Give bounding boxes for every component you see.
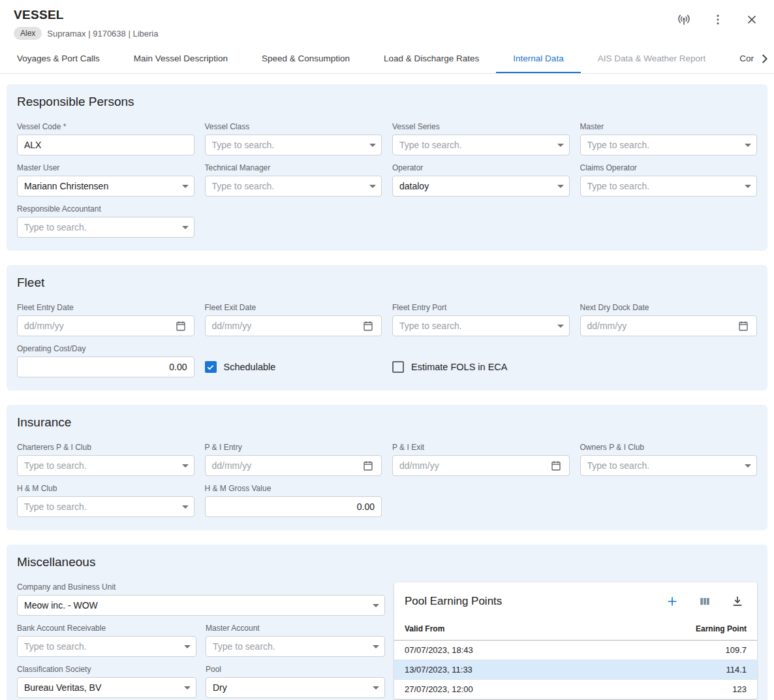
vessel-class-select[interactable]: Type to search. [205, 135, 382, 155]
field-label: Operator [392, 163, 570, 172]
field-vessel-code: Vessel Code * [17, 122, 194, 155]
field-label: Classification Society [17, 665, 196, 674]
bank-account-receivable-select[interactable]: Type to search. [17, 636, 196, 657]
broadcast-icon[interactable] [676, 12, 692, 27]
pi-exit-date-input[interactable]: dd/mm/yy [392, 455, 570, 476]
columns-icon[interactable] [697, 594, 713, 609]
field-label: Master Account [206, 624, 385, 633]
checkbox-checked-icon[interactable] [205, 361, 217, 373]
schedulable-checkbox[interactable]: Schedulable [205, 357, 382, 377]
earning-point-cell: 109.7 [725, 645, 747, 655]
chevron-down-icon [182, 185, 189, 188]
chevron-down-icon [373, 604, 379, 607]
select-placeholder: Type to search. [587, 140, 740, 150]
field-operator: Operator dataloy [392, 163, 570, 197]
field-label: Fleet Entry Port [392, 303, 570, 312]
field-label: P & I Exit [392, 443, 570, 452]
master-account-select[interactable]: Type to search. [206, 636, 385, 657]
hm-club-select[interactable]: Type to search. [17, 496, 194, 517]
select-placeholder: Type to search. [24, 460, 177, 471]
responsible-accountant-select[interactable]: Type to search. [17, 217, 194, 238]
field-label: Next Dry Dock Date [580, 303, 758, 312]
select-placeholder: Type to search. [587, 181, 740, 191]
classification-society-select[interactable]: Bureau Veritas, BV [17, 677, 196, 698]
select-placeholder: Type to search. [399, 140, 552, 150]
tab-internal-data[interactable]: Internal Data [496, 44, 580, 73]
field-owners-pi-club: Owners P & I Club Type to search. [580, 443, 758, 476]
fleet-exit-date-input[interactable]: dd/mm/yy [205, 315, 382, 336]
calendar-icon[interactable] [548, 458, 564, 473]
chevron-down-icon [745, 185, 751, 188]
field-label: Bank Account Receivable [17, 624, 196, 633]
field-next-dry-dock-date: Next Dry Dock Date dd/mm/yy [580, 303, 758, 336]
table-row-selected[interactable]: 13/07/2023, 11:33 114.1 [394, 660, 757, 680]
calendar-icon[interactable] [735, 318, 751, 334]
download-icon[interactable] [730, 594, 745, 609]
field-responsible-accountant: Responsible Accountant Type to search. [17, 204, 194, 238]
field-label: Master [580, 122, 758, 131]
vessel-code-input[interactable] [17, 135, 194, 155]
field-label: Vessel Code * [17, 122, 194, 131]
claims-operator-select[interactable]: Type to search. [580, 176, 758, 197]
valid-from-cell: 13/07/2023, 11:33 [405, 665, 472, 675]
select-placeholder: Type to search. [212, 181, 365, 191]
next-dry-dock-date-input[interactable]: dd/mm/yy [580, 315, 758, 336]
master-select[interactable]: Type to search. [580, 135, 758, 155]
chevron-down-icon [184, 686, 191, 690]
technical-manager-select[interactable]: Type to search. [205, 176, 382, 197]
tab-ais-data-weather-report[interactable]: AIS Data & Weather Report [581, 44, 723, 73]
company-business-unit-select[interactable]: Meow inc. - WOW [17, 595, 385, 616]
chevron-down-icon [373, 645, 379, 648]
tab-load-discharge-rates[interactable]: Load & Discharge Rates [367, 44, 496, 73]
calendar-icon[interactable] [360, 458, 376, 473]
column-header-valid-from: Valid From [405, 624, 444, 633]
table-row[interactable]: 07/07/2023, 18:43 109.7 [394, 641, 757, 660]
calendar-icon[interactable] [173, 318, 189, 334]
chevron-down-icon [373, 686, 379, 690]
vessel-series-select[interactable]: Type to search. [392, 135, 570, 155]
select-placeholder: Type to search. [399, 321, 552, 331]
master-user-select[interactable]: Mariann Christensen [17, 176, 194, 197]
tab-scroll-right-icon[interactable] [756, 44, 774, 73]
date-placeholder: dd/mm/yy [212, 321, 361, 331]
field-claims-operator: Claims Operator Type to search. [580, 163, 758, 197]
select-value: Meow inc. - WOW [24, 600, 367, 611]
add-row-icon[interactable] [664, 594, 680, 609]
earning-point-cell: 123 [732, 684, 747, 694]
charterers-pi-club-select[interactable]: Type to search. [17, 455, 194, 476]
field-classification-society: Classification Society Bureau Veritas, B… [17, 665, 196, 698]
estimate-fols-checkbox[interactable]: Estimate FOLS in ECA [392, 357, 570, 377]
field-hm-gross-value: H & M Gross Value [205, 484, 382, 517]
checkbox-unchecked-icon[interactable] [392, 361, 404, 373]
section-title: Insurance [17, 415, 757, 430]
close-icon[interactable] [744, 12, 760, 27]
field-label: P & I Entry [205, 443, 382, 452]
operator-select[interactable]: dataloy [392, 176, 570, 197]
calendar-icon[interactable] [360, 318, 376, 334]
tab-cor-truncated[interactable]: Cor [722, 44, 756, 73]
table-row[interactable]: 27/07/2023, 12:00 123 [394, 680, 757, 699]
header-icons [676, 8, 760, 27]
hm-gross-value-input[interactable] [205, 496, 382, 517]
select-placeholder: Type to search. [587, 460, 740, 471]
tab-main-vessel-description[interactable]: Main Vessel Description [117, 44, 245, 73]
field-label: Fleet Entry Date [17, 303, 194, 312]
tab-speed-consumption[interactable]: Speed & Consumption [245, 44, 367, 73]
pi-entry-date-input[interactable]: dd/mm/yy [205, 455, 382, 476]
chevron-down-icon [369, 144, 376, 147]
chevron-down-icon [557, 325, 564, 328]
valid-from-cell: 07/07/2023, 18:43 [405, 645, 473, 655]
fleet-entry-date-input[interactable]: dd/mm/yy [17, 315, 194, 336]
kebab-menu-icon[interactable] [710, 12, 726, 27]
operating-cost-day-input[interactable] [17, 357, 194, 377]
field-fleet-exit-date: Fleet Exit Date dd/mm/yy [205, 303, 382, 336]
select-placeholder: Type to search. [212, 140, 365, 150]
field-label: Technical Manager [205, 163, 382, 172]
field-company-business-unit: Company and Business Unit Meow inc. - WO… [17, 582, 385, 616]
section-title: Responsible Persons [17, 95, 757, 109]
tab-voyages-port-calls[interactable]: Voyages & Port Calls [0, 44, 117, 73]
owners-pi-club-select[interactable]: Type to search. [580, 455, 758, 476]
pool-earning-points-header: Pool Earning Points [394, 582, 757, 619]
fleet-entry-port-select[interactable]: Type to search. [392, 315, 570, 336]
pool-select[interactable]: Dry [206, 677, 385, 698]
